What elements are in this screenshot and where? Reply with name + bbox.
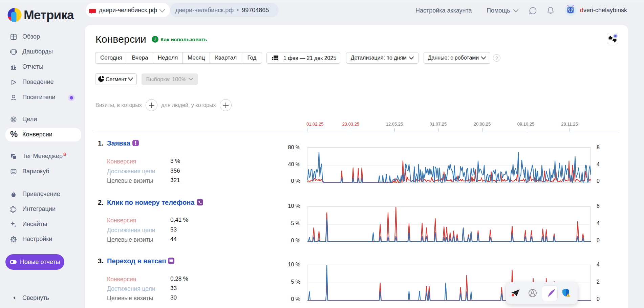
svg-text:i: i [154,37,156,42]
